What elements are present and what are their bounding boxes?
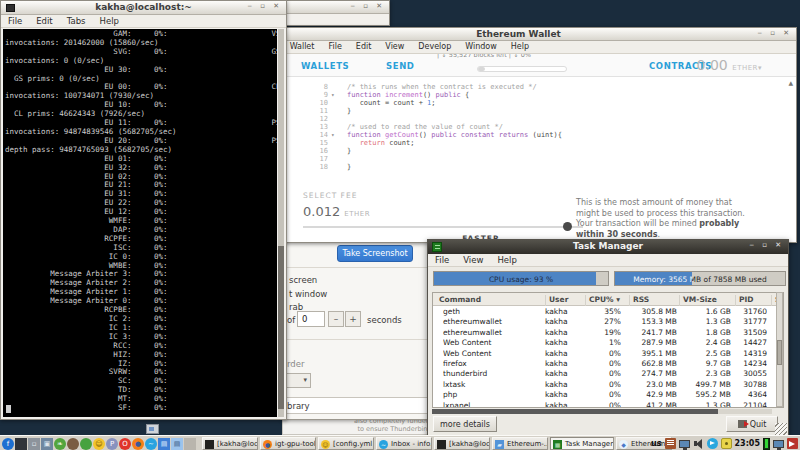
process-row[interactable]: firefoxkakha0%662.8 MB9.7 GB14234S — [433, 359, 783, 369]
keyboard-layout-indicator[interactable]: us — [651, 439, 661, 448]
code-editor[interactable]: 8/* this runs when the contract is execu… — [241, 83, 796, 171]
process-row[interactable]: lxtaskkakha0%23.0 MB499.7 MB30788R — [433, 380, 783, 390]
wallet-titlebar[interactable]: Ethereum Wallet ‒ ▫ ✕ — [241, 28, 796, 41]
launcher-opera-icon[interactable]: O — [119, 438, 131, 450]
terminal-titlebar[interactable]: kakha@localhost:~ ‒ ▫ ✕ — [1, 1, 286, 15]
window-controls[interactable]: ‒ ▫ ✕ — [749, 241, 784, 249]
window-controls[interactable]: ‒ ▫ ✕ — [757, 29, 792, 37]
cpu-monitor-applet[interactable] — [763, 438, 770, 450]
terminal-menubar[interactable]: FileEditTabsHelp — [1, 15, 286, 28]
taskbar-window-button[interactable]: ▦Task Manager — [550, 437, 614, 450]
wallet-menu-edit[interactable]: Edit — [349, 41, 379, 51]
scrollbar-thumb[interactable] — [278, 246, 284, 409]
terminal-menu-tabs[interactable]: Tabs — [60, 15, 93, 26]
quit-button[interactable]: Quit — [726, 416, 778, 432]
taskmanager-menu-file[interactable]: File — [428, 254, 456, 265]
launcher-thunderbird-icon[interactable]: ~ — [145, 438, 157, 450]
column-header-vmsize[interactable]: VM-Size — [679, 295, 729, 306]
process-row[interactable]: ethereumwalletkakha19%241.7 MB1.8 GB3150… — [433, 328, 783, 338]
ethereum-wallet-window[interactable]: Ethereum Wallet ‒ ▫ ✕ Ethereum WalletFil… — [240, 27, 797, 243]
option-current-window[interactable]: t window — [289, 289, 327, 299]
taskbar-window-button[interactable]: ▰Ethereum-... — [492, 437, 548, 450]
volume-icon[interactable] — [693, 438, 704, 449]
wallet-menu-window[interactable]: Window — [458, 41, 504, 51]
window-controls[interactable]: ‒ ▫ ✕ — [350, 2, 385, 10]
launcher-windows-icon[interactable]: ▣ — [41, 438, 53, 450]
column-header-command[interactable]: Command — [436, 295, 536, 306]
more-details-button[interactable]: more details — [433, 416, 497, 432]
launcher-panel-icon[interactable]: ▤ — [158, 438, 170, 450]
terminal-menu-file[interactable]: File — [1, 15, 29, 26]
taskbar-window-button[interactable]: ☺[config.yml ... — [318, 437, 374, 450]
launcher-display-icon[interactable]: ▫ — [28, 438, 40, 450]
process-row[interactable]: gethkakha35%305.8 MB1.6 GB31760D — [433, 307, 783, 317]
display-settings-icon[interactable] — [679, 440, 690, 448]
launcher-browser-icon[interactable]: f — [2, 438, 14, 450]
scrollbar-thumb[interactable] — [777, 340, 782, 365]
process-row[interactable]: lxpanelkakha0%41.2 MB1.3 GB21104S — [433, 401, 783, 408]
keyring-icon[interactable] — [721, 438, 732, 449]
taskbar-window-button[interactable]: ●igt-gpu-tool... — [260, 437, 316, 450]
process-row[interactable]: Web Contentkakha1%287.9 MB2.4 GB14427S — [433, 338, 783, 348]
code-line: 11} — [241, 107, 796, 115]
fee-amount: 0.012 ETHER — [303, 204, 370, 219]
fee-slider[interactable] — [303, 226, 583, 228]
process-row[interactable]: ethereumwalletkakha27%153.3 MB1.3 GB3177… — [433, 317, 783, 327]
process-row[interactable]: phpkakha0%42.9 MB595.2 MB4364S — [433, 390, 783, 400]
terminal-output[interactable]: GAM: 0%: VS invocations: 201462000 (1586… — [3, 29, 277, 417]
taskbar-window-button[interactable]: [kakha@loc... — [434, 437, 490, 450]
wallet-menu-help[interactable]: Help — [504, 41, 536, 51]
tab-wallets[interactable]: WALLETS — [301, 61, 349, 71]
horizontal-scrollbar[interactable] — [432, 409, 772, 414]
launcher-smiley-icon[interactable]: ☺ — [93, 438, 105, 450]
resize-grip[interactable] — [775, 423, 787, 435]
dictionary-icon[interactable] — [665, 438, 676, 449]
terminal-menu-edit[interactable]: Edit — [29, 15, 59, 26]
process-table-header[interactable]: CommandUserCPU% ▾RSSVM-SizePIDStatePri — [433, 293, 783, 306]
library-row[interactable]: brary — [282, 397, 428, 414]
launcher-panel-light-icon[interactable]: ▤ — [171, 438, 183, 450]
telegram-icon[interactable] — [707, 438, 718, 449]
tab-send[interactable]: SEND — [386, 61, 415, 71]
scrollbar-thumb[interactable] — [432, 409, 718, 414]
task-manager-window[interactable]: Task Manager ‒ ▫ ✕ FileViewHelp CPU usag… — [427, 239, 789, 437]
terminal-menu-help[interactable]: Help — [93, 15, 126, 26]
launcher-firefox-icon[interactable]: ● — [132, 438, 144, 450]
launcher-terminal-icon[interactable] — [15, 438, 27, 450]
launcher-placeholder-icon[interactable] — [184, 438, 196, 450]
taskmanager-menubar[interactable]: FileViewHelp — [428, 254, 788, 267]
vertical-scrollbar[interactable] — [776, 292, 783, 407]
background-window[interactable]: ‒ ▫ ✕ — [282, 0, 390, 26]
delay-decrement-button[interactable]: – — [328, 311, 344, 327]
taskmanager-menu-help[interactable]: Help — [490, 254, 523, 265]
taskmanager-titlebar[interactable]: Task Manager ‒ ▫ ✕ — [428, 240, 788, 254]
wallet-menu-develop[interactable]: Develop — [411, 41, 458, 51]
terminal-scrollbar[interactable] — [278, 29, 284, 417]
process-row[interactable]: Web Contentkakha0%395.1 MB2.5 GB14319S — [433, 349, 783, 359]
column-header-rss[interactable]: RSS — [629, 295, 673, 306]
take-screenshot-button[interactable]: Take Screenshot — [337, 245, 413, 262]
delay-input[interactable]: 0 — [297, 311, 325, 327]
fee-slider-handle[interactable] — [563, 222, 572, 231]
wallet-menubar[interactable]: Ethereum WalletFileEditViewDevelopWindow… — [241, 41, 796, 54]
launcher-php-icon[interactable]: P — [106, 438, 118, 450]
delay-increment-button[interactable]: + — [345, 311, 361, 327]
launcher-green-app-icon[interactable] — [80, 438, 92, 450]
taskmanager-menu-view[interactable]: View — [456, 254, 490, 265]
wallet-menu-view[interactable]: View — [378, 41, 411, 51]
column-header-pid[interactable]: PID — [735, 295, 767, 306]
screensaver-icon[interactable] — [773, 440, 784, 448]
column-header-user[interactable]: User — [545, 295, 583, 306]
logout-icon[interactable] — [787, 438, 798, 449]
launcher-gimp-icon[interactable] — [67, 438, 79, 450]
wallet-menu-file[interactable]: File — [321, 41, 348, 51]
process-row[interactable]: thunderbirdkakha0%274.7 MB2.3 GB30055S — [433, 369, 783, 379]
launcher-leaf-icon[interactable]: ❧ — [54, 438, 66, 450]
terminal-window[interactable]: kakha@localhost:~ ‒ ▫ ✕ FileEditTabsHelp… — [0, 0, 287, 420]
clock[interactable]: 23:05 — [735, 439, 760, 448]
option-whole-screen[interactable]: screen — [289, 275, 317, 285]
taskbar-window-button[interactable]: ~Inbox - info... — [376, 437, 432, 450]
column-header-cpu%[interactable]: CPU% ▾ — [585, 295, 621, 306]
taskbar-window-button[interactable]: [kakha@loc... — [202, 437, 258, 450]
window-controls[interactable]: ‒ ▫ ✕ — [247, 2, 282, 10]
